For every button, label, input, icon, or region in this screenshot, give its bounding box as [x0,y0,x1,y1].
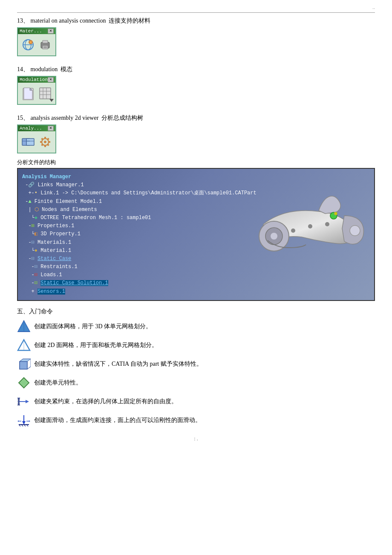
command-item-5: 创建夹紧约束，在选择的几何体上固定所有的自由度。 [17,395,375,408]
svg-rect-28 [48,141,50,143]
material-icon [21,38,35,52]
shell-property-icon [17,376,31,390]
svg-marker-57 [26,400,29,403]
svg-point-35 [271,233,277,240]
svg-rect-7 [43,46,47,47]
material-dialog-title: Mater... [20,29,42,34]
analysis-tree-container: Analysis Manager -🔗 Links Manager.1 +-• … [17,168,375,301]
analysis-dialog: Analy... ✕ [17,124,56,153]
material-dialog: Mater... ✕ [17,27,56,56]
solid-property-icon [17,357,31,371]
command-item-2: 创建 2D 面网格，用于面和板壳单元网格划分。 [17,338,375,352]
analysis-dialog-close[interactable]: ✕ [48,126,54,131]
svg-marker-18 [49,99,54,102]
svg-marker-50 [20,359,31,361]
command-text-4: 创建壳单元特性。 [34,379,82,387]
svg-marker-64 [22,421,26,425]
tetra-surface-icon [17,338,31,352]
material-dialog-titlebar: Mater... ✕ [18,28,55,34]
file-structure-label: 分析文件的结构 [17,159,375,166]
command-text-1: 创建四面体网格，用于 3D 体单元网格划分。 [34,323,152,330]
material-icon2 [38,38,52,52]
modulation-dialog-titlebar: Modulation ✕ [18,77,55,83]
command-text-2: 创建 2D 面网格，用于面和板壳单元网格划分。 [34,341,158,349]
section-14-title: 14、 modulation 模态 [17,66,375,73]
svg-point-24 [44,141,46,143]
svg-point-41 [325,222,329,226]
top-dots: .. [17,4,375,11]
material-dialog-close[interactable]: ✕ [48,29,54,34]
svg-point-38 [334,212,337,215]
surface-slider-icon [17,413,31,427]
modulation-icon1 [21,87,35,100]
svg-rect-5 [43,40,48,43]
section5-title: 五、入门命令 [17,308,375,315]
command-text-5: 创建夹紧约束，在选择的几何体上固定所有的自由度。 [34,398,177,405]
svg-rect-27 [40,141,42,143]
command-icon-shell-property [17,376,31,390]
command-item-4: 创建壳单元特性。 [17,376,375,390]
modulation-dialog-content [18,83,55,104]
command-item-3: 创建实体特性，缺省情况下，CATIA 自动为 part 赋予实体特性。 [17,357,375,371]
section-13-title: 13、 material on analysis connection 连接支持… [17,17,375,25]
command-text-6: 创建面滑动，生成面约束连接，面上的点可以沿刚性的面滑动。 [34,416,201,424]
footer: : . [17,436,375,442]
analysis-icon1 [21,135,35,149]
analysis-dialog-titlebar: Analy... ✕ [18,125,55,131]
command-icon-surface-slider [17,413,31,427]
command-icon-tetra-surface [17,338,31,352]
svg-rect-20 [26,139,34,145]
analysis-dialog-content [18,131,55,153]
svg-point-39 [291,228,295,233]
modulation-dialog-title: Modulation [20,77,48,82]
command-item-6: 创建面滑动，生成面约束连接，面上的点可以沿刚性的面滑动。 [17,413,375,427]
svg-rect-25 [44,137,46,139]
modulation-dialog: Modulation ✕ [17,76,56,105]
svg-rect-26 [44,145,46,147]
modulation-arrow [49,97,55,103]
command-item-1: 创建四面体网格，用于 3D 体单元网格划分。 [17,320,375,333]
svg-marker-73 [29,420,30,422]
material-dialog-content [18,34,55,55]
svg-rect-6 [43,46,48,49]
section-15-title: 15、 analysis assembly 2d viewer 分析总成结构树 [17,114,375,122]
clamp-icon [17,395,31,408]
analysis-dialog-title: Analy... [20,126,42,131]
command-icon-solid-property [17,357,31,371]
svg-point-36 [350,225,360,236]
modulation-dialog-close[interactable]: ✕ [48,77,54,82]
command-text-3: 创建实体特性，缺省情况下，CATIA 自动为 part 赋予实体特性。 [34,360,202,368]
svg-rect-8 [43,48,47,49]
analysis-icon2 [38,135,52,149]
tetra-solid-icon [17,320,31,333]
command-icon-clamp [17,395,31,408]
svg-marker-71 [17,420,19,422]
svg-point-40 [308,224,312,228]
svg-rect-48 [20,361,27,369]
3d-model [251,173,370,292]
command-icon-tetra-solid [17,320,31,333]
